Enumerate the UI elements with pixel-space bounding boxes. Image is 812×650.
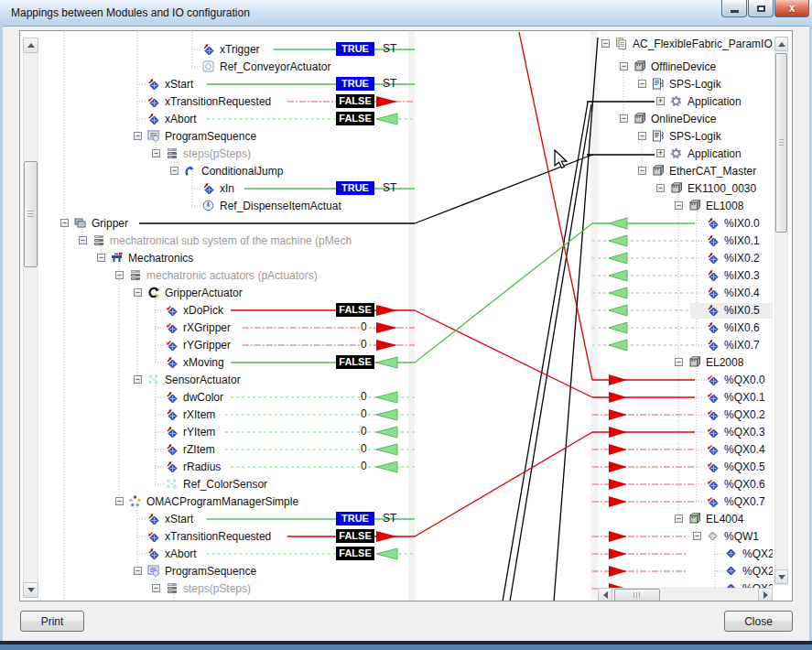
right-h-scrollbar-thumb[interactable] — [614, 589, 660, 601]
expander-collapse[interactable]: − — [675, 515, 683, 523]
tree-item-label: ConditionalJump — [201, 165, 283, 178]
expander-collapse[interactable]: − — [134, 375, 142, 384]
tree-item-sps-logik[interactable]: −SPS-Logik — [596, 128, 773, 145]
tree-item-qx0-1[interactable]: %QX0.1 — [596, 389, 773, 406]
tree-item-rxgripper[interactable]: rXGripper — [19, 320, 409, 336]
tree-item-steps-psteps[interactable]: −steps(pSteps) — [19, 146, 409, 162]
value-badge-false: FALSE — [336, 112, 374, 125]
maximize-button[interactable] — [748, 0, 774, 17]
expander-collapse[interactable]: − — [620, 62, 628, 70]
tree-item-ac-flexiblefabric-paramioonl[interactable]: −AC_FlexibleFabric_ParamIOOnl — [596, 36, 773, 52]
tree-item-programsequence[interactable]: −ProgramSequence — [19, 128, 409, 145]
tree-item-mechatronics[interactable]: −Mechatronics — [19, 250, 409, 266]
tree-item-ix0-1[interactable]: %IX0.1 — [596, 233, 773, 249]
tree-item-rradius[interactable]: rRadius — [19, 459, 409, 475]
tree-item-steps-psteps[interactable]: −steps(pSteps) — [19, 580, 409, 597]
tree-item-ix0-3[interactable]: %IX0.3 — [596, 267, 773, 284]
tree-item-omacprogrammanagersimple[interactable]: −OMACProgramManagerSimple — [19, 493, 409, 510]
tree-item-el1008[interactable]: −EL1008 — [596, 198, 773, 214]
tree-item-application[interactable]: +Application — [596, 93, 773, 110]
left-scroll-down-button[interactable] — [23, 582, 38, 598]
tree-item-mechatronical-sub-system-of-the-machine-pmech[interactable]: −mechatronical sub system of the machine… — [19, 233, 409, 249]
tree-item-gripper[interactable]: −Gripper — [19, 215, 409, 232]
tree-item-qw1[interactable]: −%QW1 — [596, 528, 773, 545]
expander-collapse[interactable]: − — [601, 39, 610, 48]
tree-item-ref-colorsensor[interactable]: Ref_ColorSensor — [19, 476, 409, 493]
tree-item-ryitem[interactable]: rYItem — [19, 424, 409, 440]
expander-expand[interactable]: + — [656, 149, 665, 157]
expander-collapse[interactable]: − — [620, 114, 628, 123]
tree-item-qx0-0[interactable]: %QX0.0 — [596, 372, 773, 388]
expander-collapse[interactable]: − — [675, 201, 683, 210]
close-button[interactable]: Close — [724, 611, 793, 632]
tree-item-programsequence[interactable]: −ProgramSequence — [19, 563, 409, 580]
right-scrollbar-thumb[interactable] — [775, 53, 787, 233]
expander-collapse[interactable]: − — [152, 584, 160, 592]
right-scroll-right-button[interactable] — [758, 588, 773, 601]
expander-collapse[interactable]: − — [152, 149, 160, 157]
close-window-button[interactable]: x — [774, 0, 809, 17]
print-button[interactable]: Print — [20, 611, 84, 632]
tree-item-application[interactable]: +Application — [596, 146, 773, 162]
device-pair-icon — [74, 217, 86, 229]
tree-item-ethercat-master[interactable]: −EtherCAT_Master — [596, 163, 773, 179]
tree-item-ix0-2[interactable]: %IX0.2 — [596, 250, 773, 266]
tree-item-el2008[interactable]: −EL2008 — [596, 354, 773, 371]
tree-item-mechatronic-actuators-pactuators[interactable]: −mechatronic actuators (pActuators) — [19, 267, 409, 284]
io-r-icon — [707, 408, 719, 420]
tree-item-ek1100-0030[interactable]: −EK1100_0030 — [596, 180, 773, 197]
tree-item-label: xIn — [220, 182, 234, 195]
tree-item-qx2[interactable]: %QX2. — [596, 546, 773, 562]
left-tree-scrollbar[interactable] — [23, 38, 38, 598]
tree-item-sensoractuator[interactable]: −SensorActuator — [19, 372, 409, 388]
right-scroll-left-button[interactable] — [598, 588, 612, 601]
left-scroll-up-button[interactable] — [23, 38, 38, 53]
tree-item-ix0-5[interactable]: %IX0.5 — [596, 302, 773, 319]
expander-collapse[interactable]: − — [675, 358, 683, 366]
tree-item-rxitem[interactable]: rXItem — [19, 406, 409, 423]
tree-item-dwcolor[interactable]: dwColor — [19, 389, 409, 406]
tree-item-sps-logik[interactable]: −SPS-Logik — [596, 76, 773, 92]
tree-item-qx2[interactable]: %QX2. — [596, 563, 773, 580]
expander-collapse[interactable]: − — [115, 271, 124, 279]
tree-item-qx0-5[interactable]: %QX0.5 — [596, 459, 773, 475]
tree-item-el4004[interactable]: −EL4004 — [596, 511, 773, 527]
expander-collapse[interactable]: − — [638, 167, 646, 175]
expander-collapse[interactable]: − — [693, 532, 701, 540]
tree-item-qx0-4[interactable]: %QX0.4 — [596, 441, 773, 458]
tree-item-conditionaljump[interactable]: −ConditionalJump — [19, 163, 409, 179]
expander-expand[interactable]: + — [656, 97, 665, 105]
right-scroll-up-button[interactable] — [774, 37, 788, 51]
tree-item-offlinedevice[interactable]: −OfflineDevice — [596, 59, 773, 75]
right-scroll-down-button[interactable] — [774, 569, 788, 584]
tree-item-ix0-7[interactable]: %IX0.7 — [596, 337, 773, 353]
tree-item-label: xStart — [165, 513, 193, 525]
minimize-button[interactable] — [721, 0, 747, 17]
expander-collapse[interactable]: − — [638, 132, 646, 140]
tree-item-qx0-2[interactable]: %QX0.2 — [596, 406, 773, 423]
expander-collapse[interactable]: − — [134, 288, 142, 297]
expander-collapse[interactable]: − — [97, 254, 105, 262]
tree-item-ref-dispenseitemactuat[interactable]: Ref_DispenseItemActuat — [19, 198, 409, 214]
tree-item-gripperactuator[interactable]: −GripperActuator — [19, 285, 409, 301]
tree-item-qx0-3[interactable]: %QX0.3 — [596, 424, 773, 440]
tree-item-onlinedevice[interactable]: −OnlineDevice — [596, 111, 773, 127]
expander-collapse[interactable]: − — [60, 219, 69, 227]
tree-item-ix0-0[interactable]: %IX0.0 — [596, 215, 773, 232]
expander-collapse[interactable]: − — [79, 236, 87, 244]
tree-item-ref-conveyoractuator[interactable]: Ref_ConveyorActuator — [19, 59, 409, 75]
expander-collapse[interactable]: − — [656, 184, 665, 192]
tree-item-rzitem[interactable]: rZItem — [19, 441, 409, 458]
expander-collapse[interactable]: − — [134, 567, 142, 575]
tree-item-qx0-6[interactable]: %QX0.6 — [596, 476, 773, 493]
expander-collapse[interactable]: − — [170, 167, 179, 175]
expander-collapse[interactable]: − — [638, 80, 646, 88]
expander-collapse[interactable]: − — [115, 497, 124, 505]
tree-item-rygripper[interactable]: rYGripper — [19, 337, 409, 353]
expander-collapse[interactable]: − — [134, 132, 142, 140]
tree-item-ix0-6[interactable]: %IX0.6 — [596, 320, 773, 336]
left-scrollbar-thumb[interactable] — [24, 161, 38, 267]
tree-item-qx0-7[interactable]: %QX0.7 — [596, 493, 773, 510]
tree-item-ix0-4[interactable]: %IX0.4 — [596, 285, 773, 301]
title-bar[interactable]: Mappings between Modules and IO configur… — [0, 0, 812, 27]
